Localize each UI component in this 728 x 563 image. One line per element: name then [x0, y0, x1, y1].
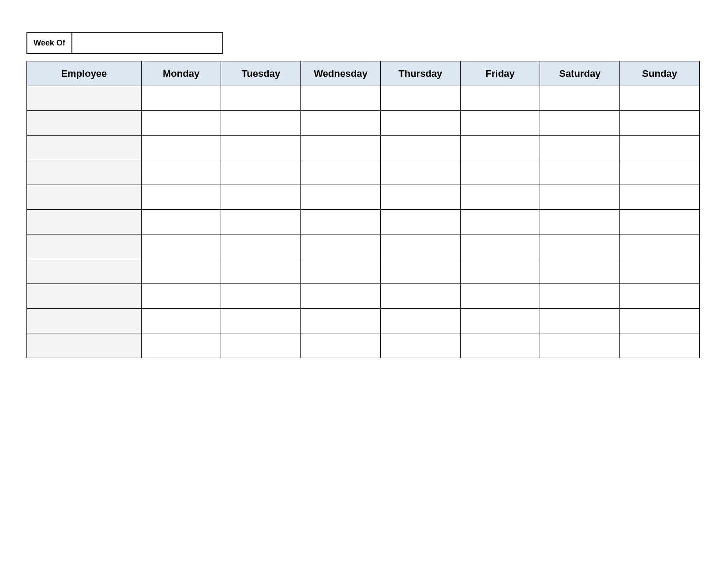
page-container: Week Of Employee Monday Tuesday Wednesda… [0, 0, 728, 385]
day-cell[interactable] [460, 333, 540, 358]
day-cell[interactable] [380, 259, 460, 284]
day-cell[interactable] [540, 185, 620, 210]
day-cell[interactable] [460, 160, 540, 185]
day-cell[interactable] [301, 210, 381, 234]
week-of-label: Week Of [27, 33, 72, 53]
day-cell[interactable] [221, 185, 301, 210]
col-header-saturday: Saturday [540, 61, 620, 86]
table-row [27, 284, 700, 309]
day-cell[interactable] [380, 333, 460, 358]
day-cell[interactable] [460, 111, 540, 136]
day-cell[interactable] [460, 309, 540, 333]
employee-cell[interactable] [27, 259, 142, 284]
day-cell[interactable] [620, 86, 700, 111]
col-header-thursday: Thursday [380, 61, 460, 86]
day-cell[interactable] [141, 136, 221, 160]
day-cell[interactable] [620, 136, 700, 160]
day-cell[interactable] [540, 111, 620, 136]
day-cell[interactable] [301, 234, 381, 259]
employee-cell[interactable] [27, 86, 142, 111]
day-cell[interactable] [620, 309, 700, 333]
employee-cell[interactable] [27, 333, 142, 358]
day-cell[interactable] [301, 333, 381, 358]
day-cell[interactable] [141, 333, 221, 358]
day-cell[interactable] [460, 136, 540, 160]
day-cell[interactable] [301, 86, 381, 111]
day-cell[interactable] [141, 86, 221, 111]
day-cell[interactable] [301, 160, 381, 185]
day-cell[interactable] [620, 284, 700, 309]
day-cell[interactable] [460, 185, 540, 210]
day-cell[interactable] [221, 333, 301, 358]
day-cell[interactable] [620, 160, 700, 185]
day-cell[interactable] [380, 284, 460, 309]
day-cell[interactable] [460, 86, 540, 111]
day-cell[interactable] [141, 210, 221, 234]
day-cell[interactable] [221, 259, 301, 284]
schedule-table: Employee Monday Tuesday Wednesday Thursd… [26, 61, 700, 358]
day-cell[interactable] [380, 136, 460, 160]
day-cell[interactable] [380, 111, 460, 136]
employee-cell[interactable] [27, 234, 142, 259]
day-cell[interactable] [540, 333, 620, 358]
day-cell[interactable] [221, 86, 301, 111]
day-cell[interactable] [460, 234, 540, 259]
day-cell[interactable] [301, 136, 381, 160]
employee-cell[interactable] [27, 111, 142, 136]
col-header-monday: Monday [141, 61, 221, 86]
day-cell[interactable] [141, 259, 221, 284]
day-cell[interactable] [540, 259, 620, 284]
employee-cell[interactable] [27, 160, 142, 185]
week-of-box: Week Of [26, 32, 223, 54]
day-cell[interactable] [221, 234, 301, 259]
day-cell[interactable] [540, 210, 620, 234]
day-cell[interactable] [301, 284, 381, 309]
employee-cell[interactable] [27, 136, 142, 160]
day-cell[interactable] [460, 259, 540, 284]
employee-cell[interactable] [27, 309, 142, 333]
day-cell[interactable] [221, 309, 301, 333]
table-row [27, 136, 700, 160]
day-cell[interactable] [540, 136, 620, 160]
day-cell[interactable] [620, 234, 700, 259]
day-cell[interactable] [460, 210, 540, 234]
day-cell[interactable] [301, 309, 381, 333]
day-cell[interactable] [620, 185, 700, 210]
day-cell[interactable] [141, 309, 221, 333]
day-cell[interactable] [380, 234, 460, 259]
day-cell[interactable] [380, 160, 460, 185]
day-cell[interactable] [620, 259, 700, 284]
day-cell[interactable] [141, 111, 221, 136]
week-of-value[interactable] [72, 33, 222, 53]
employee-cell[interactable] [27, 210, 142, 234]
employee-cell[interactable] [27, 185, 142, 210]
day-cell[interactable] [221, 284, 301, 309]
table-row [27, 210, 700, 234]
day-cell[interactable] [380, 86, 460, 111]
day-cell[interactable] [141, 160, 221, 185]
day-cell[interactable] [141, 234, 221, 259]
table-row [27, 185, 700, 210]
day-cell[interactable] [540, 160, 620, 185]
day-cell[interactable] [221, 160, 301, 185]
day-cell[interactable] [460, 284, 540, 309]
day-cell[interactable] [380, 309, 460, 333]
day-cell[interactable] [221, 136, 301, 160]
day-cell[interactable] [620, 333, 700, 358]
day-cell[interactable] [380, 185, 460, 210]
day-cell[interactable] [540, 309, 620, 333]
day-cell[interactable] [301, 259, 381, 284]
day-cell[interactable] [540, 284, 620, 309]
day-cell[interactable] [540, 234, 620, 259]
day-cell[interactable] [301, 185, 381, 210]
day-cell[interactable] [221, 210, 301, 234]
day-cell[interactable] [540, 86, 620, 111]
day-cell[interactable] [620, 111, 700, 136]
day-cell[interactable] [380, 210, 460, 234]
day-cell[interactable] [141, 185, 221, 210]
day-cell[interactable] [221, 111, 301, 136]
day-cell[interactable] [301, 111, 381, 136]
day-cell[interactable] [141, 284, 221, 309]
employee-cell[interactable] [27, 284, 142, 309]
day-cell[interactable] [620, 210, 700, 234]
